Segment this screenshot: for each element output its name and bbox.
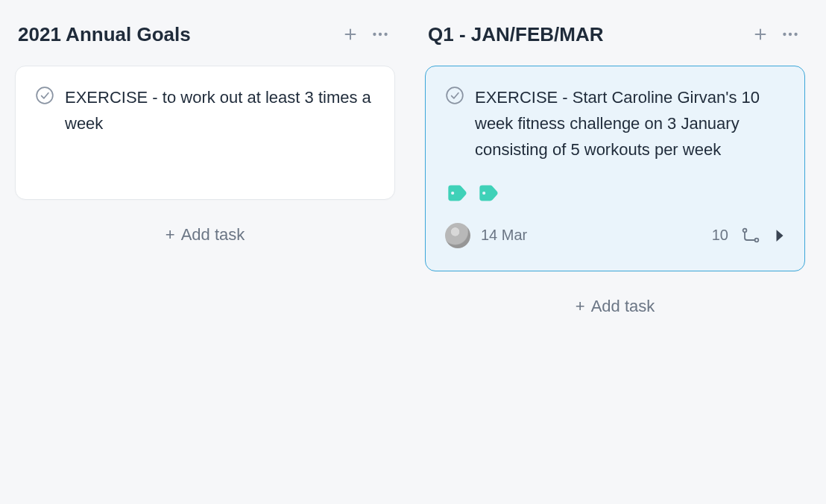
svg-point-11 (447, 87, 463, 104)
column-title[interactable]: Q1 - JAN/FEB/MAR (428, 23, 748, 46)
svg-marker-16 (777, 230, 784, 242)
column-header: Q1 - JAN/FEB/MAR (425, 22, 805, 46)
svg-point-15 (755, 238, 759, 242)
check-circle-icon (35, 86, 54, 105)
add-task-label: Add task (591, 297, 655, 316)
svg-point-10 (794, 33, 797, 36)
board-column: Q1 - JAN/FEB/MAR EXERCISE - Start Caroli… (425, 22, 805, 482)
task-card[interactable]: EXERCISE - Start Caroline Girvan's 10 we… (425, 66, 805, 271)
plus-icon: + (576, 297, 585, 316)
more-horizontal-icon (371, 25, 390, 44)
complete-toggle[interactable] (35, 86, 54, 105)
complete-toggle[interactable] (445, 86, 464, 105)
svg-point-12 (451, 191, 454, 194)
expand-subtasks-button[interactable] (775, 229, 785, 242)
plus-icon: + (165, 225, 175, 245)
subtask-icon (742, 227, 763, 244)
svg-point-8 (783, 33, 786, 36)
check-circle-icon (445, 86, 464, 105)
svg-point-2 (373, 33, 376, 36)
add-card-button[interactable] (338, 22, 362, 46)
tag-row (447, 184, 785, 202)
card-title: EXERCISE - Start Caroline Girvan's 10 we… (475, 84, 785, 163)
column-title[interactable]: 2021 Annual Goals (18, 23, 338, 46)
svg-point-5 (37, 87, 53, 104)
svg-point-9 (789, 33, 792, 36)
card-meta-row: 14 Mar 10 (445, 223, 785, 248)
tag-icon[interactable] (478, 184, 499, 202)
add-task-button[interactable]: + Add task (15, 221, 395, 249)
add-card-button[interactable] (748, 22, 772, 46)
add-task-label: Add task (181, 225, 245, 245)
caret-right-icon (775, 229, 785, 242)
assignee-avatar[interactable] (445, 223, 470, 248)
due-date[interactable]: 14 Mar (481, 227, 527, 244)
subtask-count: 10 (712, 227, 728, 244)
svg-point-14 (743, 228, 747, 232)
column-menu-button[interactable] (368, 22, 392, 46)
svg-point-13 (482, 191, 485, 194)
more-horizontal-icon (781, 25, 800, 44)
svg-point-3 (379, 33, 382, 36)
card-title-row: EXERCISE - Start Caroline Girvan's 10 we… (445, 84, 785, 163)
card-title: EXERCISE - to work out at least 3 times … (65, 84, 375, 136)
plus-icon (752, 26, 769, 42)
svg-point-4 (384, 33, 387, 36)
board-column: 2021 Annual Goals EXERCISE - to work out… (15, 22, 395, 482)
tag-icon[interactable] (447, 184, 467, 202)
add-task-button[interactable]: + Add task (425, 292, 805, 321)
task-card[interactable]: EXERCISE - to work out at least 3 times … (15, 66, 395, 200)
column-menu-button[interactable] (778, 22, 802, 46)
column-header: 2021 Annual Goals (15, 22, 395, 46)
plus-icon (342, 26, 359, 42)
card-title-row: EXERCISE - to work out at least 3 times … (35, 84, 375, 136)
